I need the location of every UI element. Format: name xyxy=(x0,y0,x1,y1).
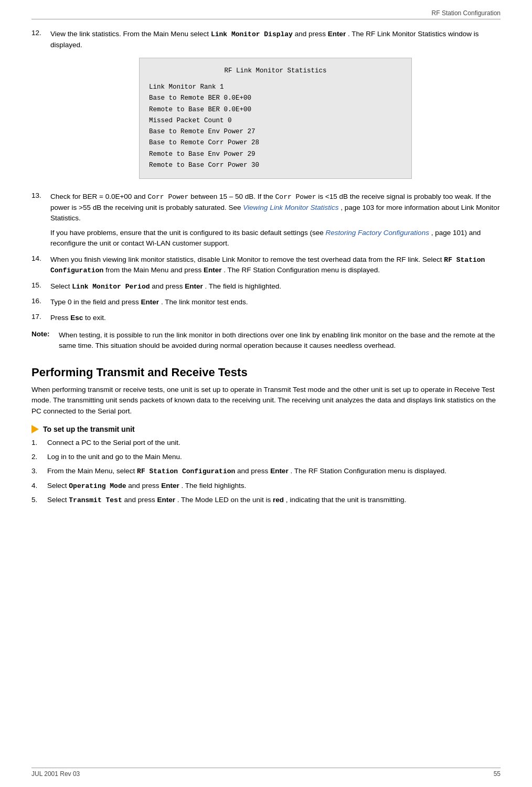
rf-link-monitor-box: RF Link Monitor Statistics Link Monitor … xyxy=(139,58,412,179)
subheading-transmit-unit: To set up the transmit unit xyxy=(31,425,501,433)
header-title: RF Station Configuration xyxy=(432,9,501,17)
note-block: Note: When testing, it is possible to ru… xyxy=(31,330,501,352)
list-item: 3. From the Main Menu, select RF Station… xyxy=(31,466,501,477)
step-text: Select Transmit Test and press Enter . T… xyxy=(47,495,406,506)
list-item: 4. Select Operating Mode and press Enter… xyxy=(31,481,501,492)
list-item: 5. Select Transmit Test and press Enter … xyxy=(31,495,501,506)
list-item-12: 12. View the link statistics. From the M… xyxy=(31,29,501,186)
page-footer: JUL 2001 Rev 03 55 xyxy=(31,768,501,778)
list-item-14: 14. When you finish viewing link monitor… xyxy=(31,254,501,276)
item-number: 13. xyxy=(31,192,46,249)
codebox-row-3: Remote to Base BER 0.0E+00 xyxy=(149,104,402,115)
item-number: 15. xyxy=(31,281,46,292)
note-content: When testing, it is possible to run the … xyxy=(59,330,501,352)
list-item: 2. Log in to the unit and go to the Main… xyxy=(31,452,501,462)
footer-left: JUL 2001 Rev 03 xyxy=(31,770,80,778)
step-text: From the Main Menu, select RF Station Co… xyxy=(47,466,446,477)
codebox-row-5: Base to Remote Env Power 27 xyxy=(149,126,402,137)
list-item: 1. Connect a PC to the Serial port of th… xyxy=(31,438,501,448)
codebox-row-8: Remote to Base Corr Power 30 xyxy=(149,160,402,171)
item-content: Check for BER = 0.0E+00 and Corr Power b… xyxy=(50,192,501,249)
item-number: 12. xyxy=(31,29,46,186)
item-content: Select Link Monitor Period and press Ent… xyxy=(50,281,501,292)
arrow-icon xyxy=(31,425,39,433)
codebox-row-4: Missed Packet Count 0 xyxy=(149,115,402,126)
codebox-row-2: Base to Remote BER 0.0E+00 xyxy=(149,93,402,104)
item-content: View the link statistics. From the Main … xyxy=(50,29,501,186)
item-15-text: Select Link Monitor Period and press Ent… xyxy=(50,281,501,292)
item-number: 14. xyxy=(31,254,46,276)
item-16-text: Type 0 in the field and press Enter . Th… xyxy=(50,297,501,307)
page-header: RF Station Configuration xyxy=(31,9,501,19)
item-content: Press Esc to exit. xyxy=(50,313,501,323)
item-12-text: View the link statistics. From the Main … xyxy=(50,29,501,50)
step-number: 3. xyxy=(31,466,43,477)
note-label: Note: xyxy=(31,330,55,352)
step-text: Select Operating Mode and press Enter . … xyxy=(47,481,246,492)
link-restoring-factory[interactable]: Restoring Factory Configurations xyxy=(326,229,429,237)
item-content: When you finish viewing link monitor sta… xyxy=(50,254,501,276)
item-14-text: When you finish viewing link monitor sta… xyxy=(50,254,501,276)
item-13-note: If you have problems, ensure that the un… xyxy=(50,228,501,249)
item-17-text: Press Esc to exit. xyxy=(50,313,501,323)
subheading-label: To set up the transmit unit xyxy=(43,425,135,433)
step-number: 2. xyxy=(31,452,43,462)
list-item-15: 15. Select Link Monitor Period and press… xyxy=(31,281,501,292)
step-text: Connect a PC to the Serial port of the u… xyxy=(47,438,180,448)
codebox-title: RF Link Monitor Statistics xyxy=(149,66,402,77)
list-item-17: 17. Press Esc to exit. xyxy=(31,313,501,323)
item-number: 16. xyxy=(31,297,46,307)
step-number: 1. xyxy=(31,438,43,448)
list-item-16: 16. Type 0 in the field and press Enter … xyxy=(31,297,501,307)
item-content: Type 0 in the field and press Enter . Th… xyxy=(50,297,501,307)
section-intro: When performing transmit or receive test… xyxy=(31,385,501,417)
link-viewing-stats[interactable]: Viewing Link Monitor Statistics xyxy=(243,204,338,211)
codebox-row-6: Base to Remote Corr Power 28 xyxy=(149,137,402,148)
section-heading-transmit: Performing Transmit and Receive Tests xyxy=(31,366,501,379)
item-number: 17. xyxy=(31,313,46,323)
transmit-steps-list: 1. Connect a PC to the Serial port of th… xyxy=(31,438,501,506)
list-item-13: 13. Check for BER = 0.0E+00 and Corr Pow… xyxy=(31,192,501,249)
item-13-text: Check for BER = 0.0E+00 and Corr Power b… xyxy=(50,192,501,224)
step-number: 5. xyxy=(31,495,43,506)
codebox-row-7: Remote to Base Env Power 29 xyxy=(149,149,402,160)
footer-right: 55 xyxy=(494,770,501,778)
step-text: Log in to the unit and go to the Main Me… xyxy=(47,452,182,462)
codebox-row-1: Link Monitor Rank 1 xyxy=(149,82,402,93)
step-number: 4. xyxy=(31,481,43,492)
